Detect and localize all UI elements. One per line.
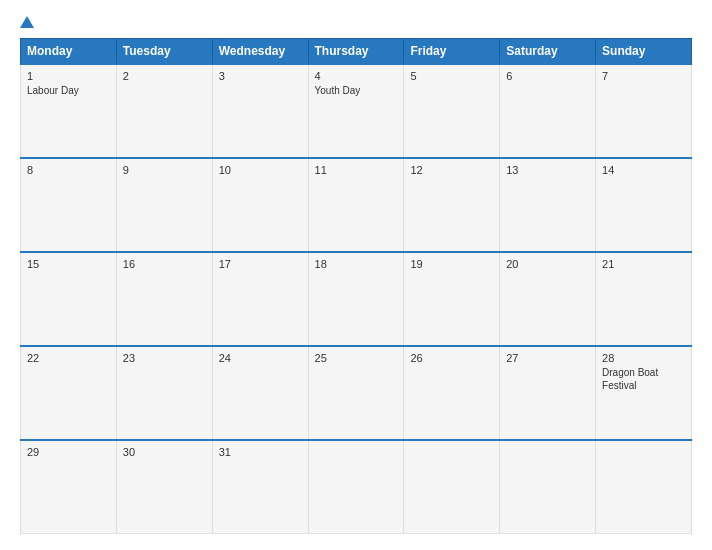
calendar-cell: 13 [500, 158, 596, 252]
calendar-cell: 5 [404, 64, 500, 158]
day-number: 17 [219, 258, 302, 270]
weekday-header-monday: Monday [21, 39, 117, 65]
day-number: 31 [219, 446, 302, 458]
logo-triangle-icon [20, 16, 34, 28]
calendar-cell: 12 [404, 158, 500, 252]
calendar-cell: 4Youth Day [308, 64, 404, 158]
day-event: Dragon Boat Festival [602, 366, 685, 392]
day-number: 23 [123, 352, 206, 364]
calendar-cell: 25 [308, 346, 404, 440]
calendar-cell: 14 [596, 158, 692, 252]
day-number: 6 [506, 70, 589, 82]
day-number: 16 [123, 258, 206, 270]
day-number: 13 [506, 164, 589, 176]
day-number: 27 [506, 352, 589, 364]
calendar-table: MondayTuesdayWednesdayThursdayFridaySatu… [20, 38, 692, 534]
day-number: 15 [27, 258, 110, 270]
calendar-cell: 24 [212, 346, 308, 440]
day-number: 11 [315, 164, 398, 176]
day-number: 21 [602, 258, 685, 270]
day-number: 19 [410, 258, 493, 270]
calendar-cell: 26 [404, 346, 500, 440]
day-number: 29 [27, 446, 110, 458]
calendar-cell: 27 [500, 346, 596, 440]
calendar-cell: 7 [596, 64, 692, 158]
calendar-cell: 8 [21, 158, 117, 252]
day-number: 26 [410, 352, 493, 364]
calendar-cell: 23 [116, 346, 212, 440]
day-number: 18 [315, 258, 398, 270]
weekday-header-friday: Friday [404, 39, 500, 65]
week-row-1: 1Labour Day234Youth Day567 [21, 64, 692, 158]
weekday-header-sunday: Sunday [596, 39, 692, 65]
day-number: 28 [602, 352, 685, 364]
week-row-4: 22232425262728Dragon Boat Festival [21, 346, 692, 440]
day-event: Youth Day [315, 84, 398, 97]
calendar-cell: 15 [21, 252, 117, 346]
calendar-cell: 6 [500, 64, 596, 158]
week-row-3: 15161718192021 [21, 252, 692, 346]
calendar-cell: 1Labour Day [21, 64, 117, 158]
day-number: 4 [315, 70, 398, 82]
weekday-header-saturday: Saturday [500, 39, 596, 65]
header [20, 16, 692, 28]
day-number: 30 [123, 446, 206, 458]
day-number: 9 [123, 164, 206, 176]
calendar-cell [596, 440, 692, 534]
day-number: 7 [602, 70, 685, 82]
logo-blue-text [20, 16, 36, 28]
weekday-header-wednesday: Wednesday [212, 39, 308, 65]
calendar-cell: 22 [21, 346, 117, 440]
calendar-cell: 19 [404, 252, 500, 346]
calendar-cell: 29 [21, 440, 117, 534]
day-number: 3 [219, 70, 302, 82]
calendar-cell: 9 [116, 158, 212, 252]
calendar-cell: 11 [308, 158, 404, 252]
day-number: 2 [123, 70, 206, 82]
calendar-cell: 3 [212, 64, 308, 158]
calendar-cell: 10 [212, 158, 308, 252]
calendar-cell: 28Dragon Boat Festival [596, 346, 692, 440]
day-number: 8 [27, 164, 110, 176]
day-number: 24 [219, 352, 302, 364]
day-number: 22 [27, 352, 110, 364]
day-number: 14 [602, 164, 685, 176]
calendar-cell [308, 440, 404, 534]
week-row-2: 891011121314 [21, 158, 692, 252]
day-number: 20 [506, 258, 589, 270]
calendar-cell: 2 [116, 64, 212, 158]
calendar-cell [500, 440, 596, 534]
day-number: 10 [219, 164, 302, 176]
weekday-header-thursday: Thursday [308, 39, 404, 65]
calendar-cell: 16 [116, 252, 212, 346]
day-number: 12 [410, 164, 493, 176]
calendar-cell: 17 [212, 252, 308, 346]
day-number: 5 [410, 70, 493, 82]
weekday-header-tuesday: Tuesday [116, 39, 212, 65]
calendar-cell: 21 [596, 252, 692, 346]
calendar-cell: 30 [116, 440, 212, 534]
day-event: Labour Day [27, 84, 110, 97]
logo [20, 16, 36, 28]
page: MondayTuesdayWednesdayThursdayFridaySatu… [0, 0, 712, 550]
day-number: 1 [27, 70, 110, 82]
weekday-header-row: MondayTuesdayWednesdayThursdayFridaySatu… [21, 39, 692, 65]
day-number: 25 [315, 352, 398, 364]
calendar-cell: 18 [308, 252, 404, 346]
calendar-cell: 20 [500, 252, 596, 346]
calendar-cell: 31 [212, 440, 308, 534]
calendar-cell [404, 440, 500, 534]
week-row-5: 293031 [21, 440, 692, 534]
